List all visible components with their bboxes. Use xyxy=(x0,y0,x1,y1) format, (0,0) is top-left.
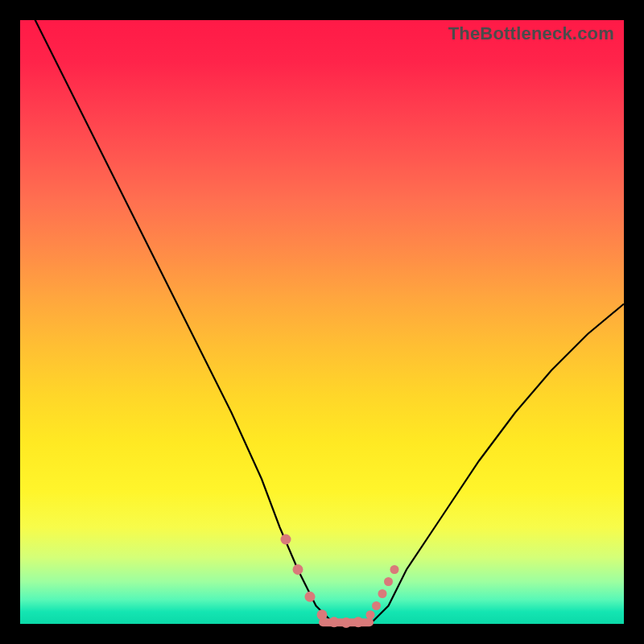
marker-dot xyxy=(378,589,387,598)
marker-dot xyxy=(372,601,381,610)
marker-dot xyxy=(317,609,328,620)
marker-dot xyxy=(390,565,399,574)
marker-dot xyxy=(281,535,291,545)
plot-area: TheBottleneck.com xyxy=(20,20,624,624)
marker-dot xyxy=(341,617,352,628)
chart-frame: TheBottleneck.com xyxy=(0,0,644,644)
bottleneck-curve xyxy=(20,20,624,624)
marker-dot xyxy=(353,617,364,627)
marker-dot xyxy=(293,564,303,575)
marker-dot xyxy=(366,610,375,619)
marker-dot xyxy=(305,592,316,602)
marker-dot xyxy=(384,577,393,586)
marker-dot xyxy=(329,617,340,627)
